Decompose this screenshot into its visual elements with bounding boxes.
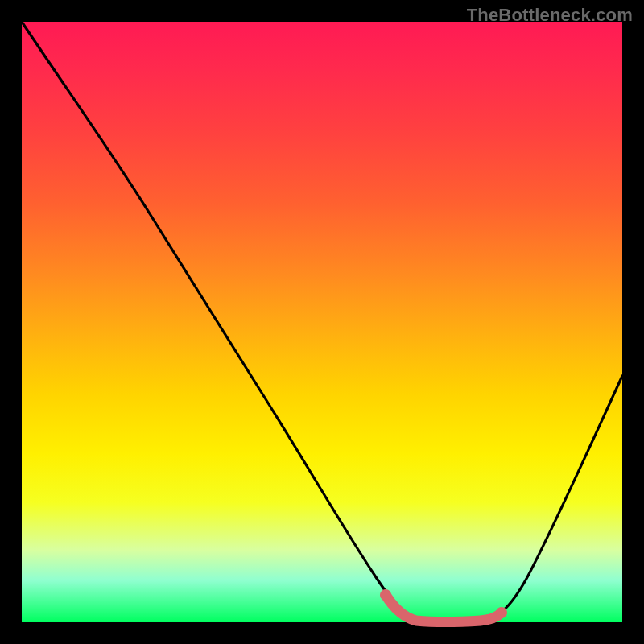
curve-svg [22,22,622,622]
chart-frame: TheBottleneck.com [0,0,644,644]
accent-start-dot [380,589,391,601]
bottleneck-curve-path [22,22,622,622]
plot-area [22,22,622,622]
accent-end-dot [496,607,507,618]
accent-segment-path [386,595,502,622]
